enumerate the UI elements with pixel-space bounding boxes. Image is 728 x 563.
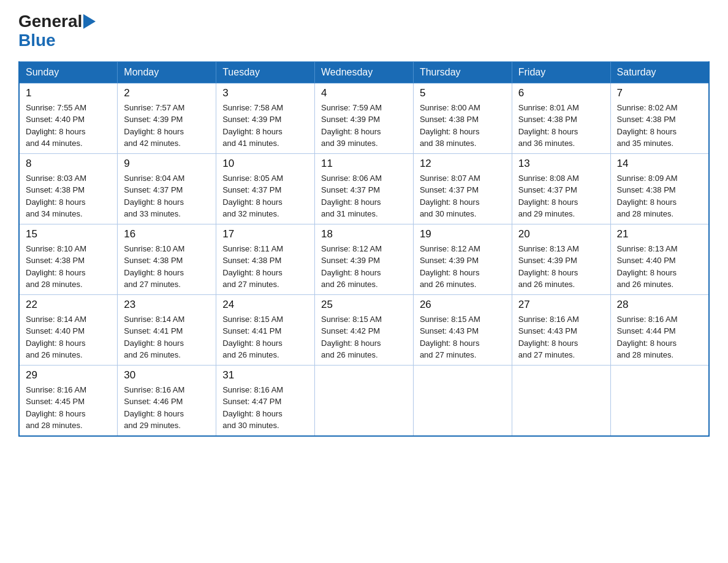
day-number: 14 [617, 158, 702, 170]
calendar-cell: 25 Sunrise: 8:15 AMSunset: 4:42 PMDaylig… [315, 294, 414, 365]
day-number: 4 [321, 87, 407, 99]
day-info: Sunrise: 8:13 AMSunset: 4:39 PMDaylight:… [518, 244, 579, 289]
day-number: 22 [26, 299, 111, 311]
day-number: 29 [26, 369, 111, 381]
logo-general-text: General [18, 12, 82, 31]
calendar-cell: 6 Sunrise: 8:01 AMSunset: 4:38 PMDayligh… [512, 83, 610, 153]
day-number: 12 [420, 158, 506, 170]
calendar-cell: 8 Sunrise: 8:03 AMSunset: 4:38 PMDayligh… [19, 153, 118, 224]
day-info: Sunrise: 8:12 AMSunset: 4:39 PMDaylight:… [321, 244, 382, 289]
calendar-cell: 11 Sunrise: 8:06 AMSunset: 4:37 PMDaylig… [315, 153, 414, 224]
week-row-2: 8 Sunrise: 8:03 AMSunset: 4:38 PMDayligh… [19, 153, 709, 224]
calendar-cell [413, 365, 512, 436]
calendar-cell: 24 Sunrise: 8:15 AMSunset: 4:41 PMDaylig… [216, 294, 315, 365]
header: General Blue [18, 12, 710, 50]
calendar-cell: 13 Sunrise: 8:08 AMSunset: 4:37 PMDaylig… [512, 153, 610, 224]
calendar-cell: 22 Sunrise: 8:14 AMSunset: 4:40 PMDaylig… [19, 294, 118, 365]
logo-triangle-icon [83, 14, 96, 29]
calendar-cell: 10 Sunrise: 8:05 AMSunset: 4:37 PMDaylig… [216, 153, 315, 224]
weekday-header-friday: Friday [512, 61, 610, 83]
day-info: Sunrise: 8:11 AMSunset: 4:38 PMDaylight:… [222, 244, 283, 289]
day-info: Sunrise: 8:08 AMSunset: 4:37 PMDaylight:… [518, 174, 579, 219]
calendar-cell: 1 Sunrise: 7:55 AMSunset: 4:40 PMDayligh… [19, 83, 118, 153]
day-info: Sunrise: 8:16 AMSunset: 4:46 PMDaylight:… [124, 385, 184, 431]
calendar-cell: 29 Sunrise: 8:16 AMSunset: 4:45 PMDaylig… [19, 365, 118, 436]
calendar-body: 1 Sunrise: 7:55 AMSunset: 4:40 PMDayligh… [19, 83, 709, 436]
weekday-header-wednesday: Wednesday [315, 61, 414, 83]
day-number: 16 [124, 228, 210, 240]
day-number: 9 [124, 158, 210, 170]
day-number: 17 [222, 228, 308, 240]
day-number: 30 [124, 369, 210, 381]
day-number: 7 [617, 87, 702, 99]
day-number: 8 [26, 158, 111, 170]
calendar-cell: 23 Sunrise: 8:14 AMSunset: 4:41 PMDaylig… [118, 294, 216, 365]
calendar-cell: 18 Sunrise: 8:12 AMSunset: 4:39 PMDaylig… [315, 224, 414, 294]
calendar-cell: 21 Sunrise: 8:13 AMSunset: 4:40 PMDaylig… [610, 224, 709, 294]
day-info: Sunrise: 8:15 AMSunset: 4:42 PMDaylight:… [321, 315, 382, 360]
day-number: 27 [518, 299, 604, 311]
day-info: Sunrise: 8:16 AMSunset: 4:45 PMDaylight:… [26, 385, 86, 431]
calendar-cell: 27 Sunrise: 8:16 AMSunset: 4:43 PMDaylig… [512, 294, 610, 365]
day-number: 6 [518, 87, 604, 99]
calendar-cell [512, 365, 610, 436]
day-info: Sunrise: 8:16 AMSunset: 4:43 PMDaylight:… [518, 315, 579, 360]
day-info: Sunrise: 8:05 AMSunset: 4:37 PMDaylight:… [222, 174, 283, 219]
calendar-cell [315, 365, 414, 436]
calendar-cell: 19 Sunrise: 8:12 AMSunset: 4:39 PMDaylig… [413, 224, 512, 294]
day-info: Sunrise: 8:16 AMSunset: 4:44 PMDaylight:… [617, 315, 678, 360]
logo: General Blue [18, 12, 96, 50]
day-info: Sunrise: 7:57 AMSunset: 4:39 PMDaylight:… [124, 103, 184, 148]
day-number: 18 [321, 228, 407, 240]
calendar-cell: 5 Sunrise: 8:00 AMSunset: 4:38 PMDayligh… [413, 83, 512, 153]
week-row-1: 1 Sunrise: 7:55 AMSunset: 4:40 PMDayligh… [19, 83, 709, 153]
calendar-table: SundayMondayTuesdayWednesdayThursdayFrid… [18, 61, 710, 437]
logo-blue-text: Blue [18, 31, 96, 50]
weekday-header-sunday: Sunday [19, 61, 118, 83]
calendar-cell: 26 Sunrise: 8:15 AMSunset: 4:43 PMDaylig… [413, 294, 512, 365]
day-info: Sunrise: 8:04 AMSunset: 4:37 PMDaylight:… [124, 174, 184, 219]
calendar-cell: 12 Sunrise: 8:07 AMSunset: 4:37 PMDaylig… [413, 153, 512, 224]
day-number: 10 [222, 158, 308, 170]
day-info: Sunrise: 7:55 AMSunset: 4:40 PMDaylight:… [26, 103, 86, 148]
day-number: 2 [124, 87, 210, 99]
day-number: 21 [617, 228, 702, 240]
svg-marker-0 [83, 14, 96, 29]
day-number: 26 [420, 299, 506, 311]
calendar-cell: 7 Sunrise: 8:02 AMSunset: 4:38 PMDayligh… [610, 83, 709, 153]
day-info: Sunrise: 8:09 AMSunset: 4:38 PMDaylight:… [617, 174, 678, 219]
day-info: Sunrise: 8:15 AMSunset: 4:43 PMDaylight:… [420, 315, 480, 360]
weekday-header-thursday: Thursday [413, 61, 512, 83]
day-info: Sunrise: 8:03 AMSunset: 4:38 PMDaylight:… [26, 174, 86, 219]
day-number: 15 [26, 228, 111, 240]
day-number: 11 [321, 158, 407, 170]
day-info: Sunrise: 8:13 AMSunset: 4:40 PMDaylight:… [617, 244, 678, 289]
day-info: Sunrise: 8:07 AMSunset: 4:37 PMDaylight:… [420, 174, 480, 219]
day-info: Sunrise: 8:14 AMSunset: 4:41 PMDaylight:… [124, 315, 184, 360]
day-number: 25 [321, 299, 407, 311]
day-number: 13 [518, 158, 604, 170]
day-info: Sunrise: 8:10 AMSunset: 4:38 PMDaylight:… [124, 244, 184, 289]
calendar-cell: 9 Sunrise: 8:04 AMSunset: 4:37 PMDayligh… [118, 153, 216, 224]
calendar-cell: 4 Sunrise: 7:59 AMSunset: 4:39 PMDayligh… [315, 83, 414, 153]
day-number: 19 [420, 228, 506, 240]
day-number: 1 [26, 87, 111, 99]
calendar-cell: 14 Sunrise: 8:09 AMSunset: 4:38 PMDaylig… [610, 153, 709, 224]
day-info: Sunrise: 8:02 AMSunset: 4:38 PMDaylight:… [617, 103, 678, 148]
calendar-cell: 28 Sunrise: 8:16 AMSunset: 4:44 PMDaylig… [610, 294, 709, 365]
day-info: Sunrise: 8:12 AMSunset: 4:39 PMDaylight:… [420, 244, 480, 289]
calendar-cell: 16 Sunrise: 8:10 AMSunset: 4:38 PMDaylig… [118, 224, 216, 294]
day-info: Sunrise: 7:58 AMSunset: 4:39 PMDaylight:… [222, 103, 283, 148]
day-info: Sunrise: 7:59 AMSunset: 4:39 PMDaylight:… [321, 103, 382, 148]
day-info: Sunrise: 8:06 AMSunset: 4:37 PMDaylight:… [321, 174, 382, 219]
weekday-header-saturday: Saturday [610, 61, 709, 83]
calendar-cell: 17 Sunrise: 8:11 AMSunset: 4:38 PMDaylig… [216, 224, 315, 294]
day-number: 28 [617, 299, 702, 311]
weekday-header-row: SundayMondayTuesdayWednesdayThursdayFrid… [19, 61, 709, 83]
day-info: Sunrise: 8:00 AMSunset: 4:38 PMDaylight:… [420, 103, 480, 148]
calendar-cell: 31 Sunrise: 8:16 AMSunset: 4:47 PMDaylig… [216, 365, 315, 436]
day-number: 3 [222, 87, 308, 99]
day-info: Sunrise: 8:14 AMSunset: 4:40 PMDaylight:… [26, 315, 86, 360]
calendar-cell: 30 Sunrise: 8:16 AMSunset: 4:46 PMDaylig… [118, 365, 216, 436]
calendar-cell: 2 Sunrise: 7:57 AMSunset: 4:39 PMDayligh… [118, 83, 216, 153]
